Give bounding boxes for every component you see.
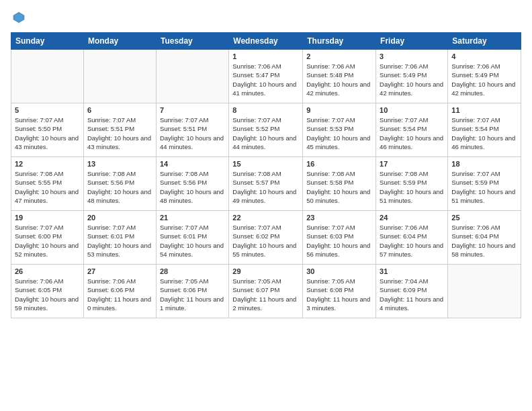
day-number: 2 [306, 52, 372, 60]
day-number: 5 [15, 106, 80, 114]
day-info: Sunrise: 7:07 AMSunset: 6:00 PMDaylight:… [15, 223, 80, 259]
day-cell: 27Sunrise: 7:06 AMSunset: 6:06 PMDayligh… [83, 265, 156, 318]
day-number: 28 [160, 267, 225, 275]
day-cell: 18Sunrise: 7:07 AMSunset: 5:59 PMDayligh… [448, 157, 521, 211]
day-info: Sunrise: 7:06 AMSunset: 6:04 PMDaylight:… [451, 223, 517, 259]
day-cell: 4Sunrise: 7:06 AMSunset: 5:49 PMDaylight… [448, 50, 521, 103]
day-info: Sunrise: 7:06 AMSunset: 5:48 PMDaylight:… [306, 62, 372, 97]
logo-icon [12, 11, 26, 24]
day-info: Sunrise: 7:07 AMSunset: 5:52 PMDaylight:… [232, 116, 299, 151]
day-info: Sunrise: 7:05 AMSunset: 6:08 PMDaylight:… [306, 277, 372, 312]
day-info: Sunrise: 7:07 AMSunset: 6:01 PMDaylight:… [87, 223, 152, 259]
day-cell: 2Sunrise: 7:06 AMSunset: 5:48 PMDaylight… [303, 50, 376, 103]
day-cell: 13Sunrise: 7:08 AMSunset: 5:56 PMDayligh… [83, 157, 156, 211]
day-cell: 11Sunrise: 7:07 AMSunset: 5:54 PMDayligh… [448, 103, 521, 157]
day-info: Sunrise: 7:07 AMSunset: 6:01 PMDaylight:… [160, 223, 225, 259]
week-row-1: 1Sunrise: 7:06 AMSunset: 5:47 PMDaylight… [11, 50, 521, 103]
day-number: 9 [306, 106, 372, 114]
day-cell: 17Sunrise: 7:08 AMSunset: 5:59 PMDayligh… [376, 157, 448, 211]
day-info: Sunrise: 7:06 AMSunset: 5:49 PMDaylight:… [451, 62, 517, 97]
day-cell: 19Sunrise: 7:07 AMSunset: 6:00 PMDayligh… [11, 211, 84, 265]
day-info: Sunrise: 7:05 AMSunset: 6:07 PMDaylight:… [232, 277, 299, 312]
day-cell: 24Sunrise: 7:06 AMSunset: 6:04 PMDayligh… [376, 211, 448, 265]
day-info: Sunrise: 7:08 AMSunset: 5:58 PMDaylight:… [306, 169, 372, 205]
day-info: Sunrise: 7:06 AMSunset: 6:05 PMDaylight:… [15, 277, 80, 312]
day-number: 20 [87, 214, 152, 222]
day-cell: 16Sunrise: 7:08 AMSunset: 5:58 PMDayligh… [303, 157, 376, 211]
day-info: Sunrise: 7:06 AMSunset: 6:04 PMDaylight:… [380, 223, 444, 259]
day-cell: 30Sunrise: 7:05 AMSunset: 6:08 PMDayligh… [303, 265, 376, 318]
day-cell: 21Sunrise: 7:07 AMSunset: 6:01 PMDayligh… [156, 211, 228, 265]
day-cell: 25Sunrise: 7:06 AMSunset: 6:04 PMDayligh… [448, 211, 521, 265]
day-number: 27 [87, 267, 152, 275]
day-info: Sunrise: 7:07 AMSunset: 6:02 PMDaylight:… [232, 223, 299, 259]
day-cell: 15Sunrise: 7:08 AMSunset: 5:57 PMDayligh… [229, 157, 303, 211]
day-info: Sunrise: 7:08 AMSunset: 5:56 PMDaylight:… [87, 169, 152, 205]
day-number: 26 [15, 267, 80, 275]
day-cell: 26Sunrise: 7:06 AMSunset: 6:05 PMDayligh… [11, 265, 84, 318]
week-row-3: 12Sunrise: 7:08 AMSunset: 5:55 PMDayligh… [11, 157, 521, 211]
day-info: Sunrise: 7:07 AMSunset: 6:03 PMDaylight:… [306, 223, 372, 259]
weekday-header-row: SundayMondayTuesdayWednesdayThursdayFrid… [11, 33, 521, 50]
day-number: 17 [380, 160, 444, 168]
day-cell [83, 50, 156, 103]
day-number: 13 [87, 160, 152, 168]
day-number: 14 [160, 160, 225, 168]
day-info: Sunrise: 7:04 AMSunset: 6:09 PMDaylight:… [380, 277, 444, 312]
day-info: Sunrise: 7:07 AMSunset: 5:51 PMDaylight:… [87, 116, 152, 151]
day-cell: 14Sunrise: 7:08 AMSunset: 5:56 PMDayligh… [156, 157, 228, 211]
day-number: 7 [160, 106, 225, 114]
day-cell: 10Sunrise: 7:07 AMSunset: 5:54 PMDayligh… [376, 103, 448, 157]
day-number: 6 [87, 106, 152, 114]
day-number: 30 [306, 267, 372, 275]
day-cell: 20Sunrise: 7:07 AMSunset: 6:01 PMDayligh… [83, 211, 156, 265]
day-cell: 8Sunrise: 7:07 AMSunset: 5:52 PMDaylight… [229, 103, 303, 157]
day-info: Sunrise: 7:08 AMSunset: 5:57 PMDaylight:… [232, 169, 299, 205]
weekday-header-friday: Friday [376, 33, 448, 50]
day-number: 29 [232, 267, 299, 275]
weekday-header-thursday: Thursday [303, 33, 376, 50]
day-number: 22 [232, 214, 299, 222]
day-number: 11 [451, 106, 517, 114]
day-info: Sunrise: 7:07 AMSunset: 5:54 PMDaylight:… [451, 116, 517, 151]
day-info: Sunrise: 7:07 AMSunset: 5:53 PMDaylight:… [306, 116, 372, 151]
day-cell: 7Sunrise: 7:07 AMSunset: 5:51 PMDaylight… [156, 103, 228, 157]
day-cell: 3Sunrise: 7:06 AMSunset: 5:49 PMDaylight… [376, 50, 448, 103]
day-cell: 28Sunrise: 7:05 AMSunset: 6:06 PMDayligh… [156, 265, 228, 318]
day-cell: 1Sunrise: 7:06 AMSunset: 5:47 PMDaylight… [229, 50, 303, 103]
day-number: 3 [380, 52, 444, 60]
day-info: Sunrise: 7:07 AMSunset: 5:50 PMDaylight:… [15, 116, 80, 151]
day-info: Sunrise: 7:05 AMSunset: 6:06 PMDaylight:… [160, 277, 225, 312]
day-number: 4 [451, 52, 517, 60]
day-info: Sunrise: 7:08 AMSunset: 5:59 PMDaylight:… [380, 169, 444, 205]
day-number: 8 [232, 106, 299, 114]
day-number: 21 [160, 214, 225, 222]
week-row-5: 26Sunrise: 7:06 AMSunset: 6:05 PMDayligh… [11, 265, 521, 318]
day-number: 16 [306, 160, 372, 168]
day-cell: 12Sunrise: 7:08 AMSunset: 5:55 PMDayligh… [11, 157, 84, 211]
header [11, 11, 521, 24]
day-info: Sunrise: 7:08 AMSunset: 5:55 PMDaylight:… [15, 169, 80, 205]
logo [11, 11, 26, 24]
day-cell: 6Sunrise: 7:07 AMSunset: 5:51 PMDaylight… [83, 103, 156, 157]
day-cell [156, 50, 228, 103]
day-cell [448, 265, 521, 318]
day-number: 19 [15, 214, 80, 222]
day-number: 31 [380, 267, 444, 275]
day-info: Sunrise: 7:06 AMSunset: 6:06 PMDaylight:… [87, 277, 152, 312]
day-info: Sunrise: 7:07 AMSunset: 5:51 PMDaylight:… [160, 116, 225, 151]
week-row-2: 5Sunrise: 7:07 AMSunset: 5:50 PMDaylight… [11, 103, 521, 157]
weekday-header-tuesday: Tuesday [156, 33, 228, 50]
day-number: 25 [451, 214, 517, 222]
weekday-header-wednesday: Wednesday [229, 33, 303, 50]
day-number: 18 [451, 160, 517, 168]
weekday-header-saturday: Saturday [448, 33, 521, 50]
weekday-header-monday: Monday [83, 33, 156, 50]
day-cell: 5Sunrise: 7:07 AMSunset: 5:50 PMDaylight… [11, 103, 84, 157]
day-cell [11, 50, 84, 103]
day-info: Sunrise: 7:06 AMSunset: 5:47 PMDaylight:… [232, 62, 299, 97]
weekday-header-sunday: Sunday [11, 33, 84, 50]
day-info: Sunrise: 7:06 AMSunset: 5:49 PMDaylight:… [380, 62, 444, 97]
day-info: Sunrise: 7:07 AMSunset: 5:59 PMDaylight:… [451, 169, 517, 205]
day-number: 10 [380, 106, 444, 114]
